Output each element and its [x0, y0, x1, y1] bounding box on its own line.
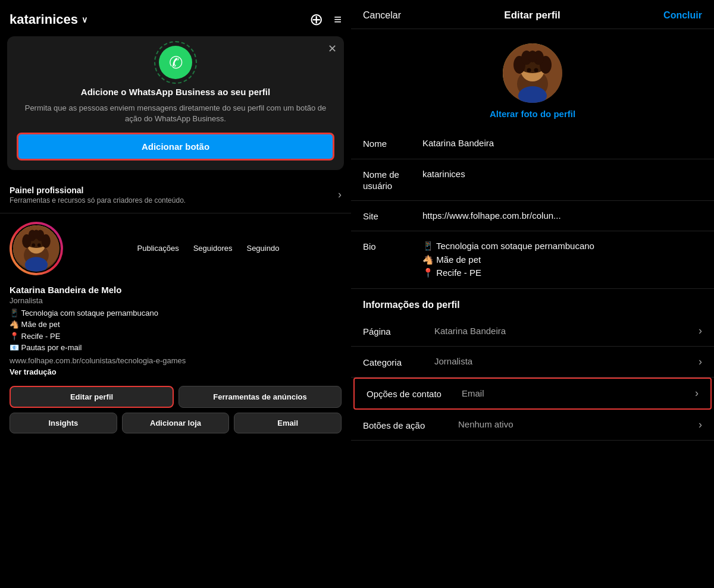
chevron-down-icon: ∨ [82, 15, 87, 24]
bio-line4: 📧 Pautas por e-mail [10, 343, 82, 352]
categoria-value: Jornalista [434, 355, 699, 369]
svg-point-9 [32, 243, 35, 247]
ferramentas-anuncios-button[interactable]: Ferramentas de anúncios [178, 386, 342, 408]
site-label: Site [363, 209, 422, 222]
right-avatar[interactable] [503, 43, 562, 103]
stat-seguindo[interactable]: Seguindo [246, 244, 279, 253]
profile-info-heading: Informações do perfil [351, 289, 714, 316]
ver-traducao[interactable]: Ver tradução [10, 367, 342, 376]
opcoes-chevron-icon: › [695, 387, 699, 400]
username-text: katarinices [10, 12, 78, 27]
avatar-container[interactable] [10, 222, 63, 275]
professional-panel-text: Painel profissional Ferramentas e recurs… [10, 185, 186, 205]
left-panel: katarinices ∨ ⊕ ≡ ✕ ✆ Adicione o WhatsAp… [0, 0, 351, 588]
profile-section: Publicações Seguidores Seguindo [0, 213, 351, 281]
profile-info: Katarina Bandeira de Melo Jornalista 📱 T… [0, 281, 351, 381]
add-whatsapp-button[interactable]: Adicionar botão [17, 133, 334, 161]
profile-bio: 📱 Tecnologia com sotaque pernambucano 🐴 … [10, 307, 342, 354]
professional-panel[interactable]: Painel profissional Ferramentas e recurs… [0, 177, 351, 213]
botoes-chevron-icon: › [699, 419, 702, 431]
nome-value[interactable]: Katarina Bandeira [422, 137, 702, 150]
categoria-chevron-icon: › [699, 356, 702, 368]
hamburger-menu-icon[interactable]: ≡ [334, 12, 342, 27]
form-row-usuario: Nome deusuário katarinices [351, 159, 714, 201]
usuario-value[interactable]: katarinices [422, 168, 702, 181]
nome-label: Nome [363, 137, 422, 150]
svg-point-22 [534, 68, 538, 73]
bio-line1: 📱 Tecnologia com sotaque pernambucano [10, 309, 158, 317]
bio-line3: 📍 Recife - PE [10, 332, 60, 341]
stat-publicacoes-label: Publicações [137, 244, 179, 253]
chevron-right-icon: › [338, 188, 342, 201]
header-icons: ⊕ ≡ [309, 10, 342, 29]
promo-icon-area: ✆ [17, 46, 334, 79]
right-panel: Cancelar Editar perfil Concluir Alterar … [351, 0, 714, 588]
action-buttons-row1: Editar perfil Ferramentas de anúncios [0, 381, 351, 413]
pagina-label: Página [363, 325, 434, 338]
profile-link[interactable]: www.folhape.com.br/colunistas/tecnologia… [10, 356, 342, 365]
profile-stats: Publicações Seguidores Seguindo [75, 244, 342, 253]
right-header: Cancelar Editar perfil Concluir [351, 0, 714, 29]
form-row-opcoes-contato[interactable]: Opções de contato Email › [353, 378, 712, 410]
add-post-icon[interactable]: ⊕ [309, 10, 323, 29]
svg-point-8 [33, 229, 39, 238]
action-buttons-row2: Insights Adicionar loja Email [0, 413, 351, 438]
profile-name: Katarina Bandeira de Melo [10, 285, 342, 295]
close-icon[interactable]: ✕ [328, 42, 337, 55]
stat-seguidores-label: Seguidores [193, 244, 233, 253]
bio-label: Bio [363, 240, 422, 253]
form-row-categoria[interactable]: Categoria Jornalista › [351, 347, 714, 378]
whatsapp-promo-card: ✕ ✆ Adicione o WhatsApp Business ao seu … [7, 36, 344, 170]
promo-title: Adicione o WhatsApp Business ao seu perf… [17, 86, 334, 98]
professional-panel-subtitle: Ferramentas e recursos só para criadores… [10, 196, 186, 205]
form-row-pagina[interactable]: Página Katarina Bandeira › [351, 316, 714, 347]
editar-perfil-button[interactable]: Editar perfil [10, 386, 174, 408]
adicionar-loja-button[interactable]: Adicionar loja [122, 413, 230, 433]
avatar [12, 224, 61, 273]
opcoes-value: Email [462, 387, 695, 401]
opcoes-label: Opções de contato [367, 387, 462, 400]
username-area[interactable]: katarinices ∨ [10, 12, 87, 27]
svg-point-21 [527, 68, 531, 73]
form-section: Nome Katarina Bandeira Nome deusuário ka… [351, 128, 714, 588]
alterar-foto-button[interactable]: Alterar foto do perfil [490, 109, 575, 119]
form-row-nome: Nome Katarina Bandeira [351, 128, 714, 159]
left-header: katarinices ∨ ⊕ ≡ [0, 0, 351, 36]
avatar-ring [10, 222, 63, 275]
usuario-label: Nome deusuário [363, 168, 422, 192]
promo-description: Permita que as pessoas enviem mensagens … [17, 103, 334, 124]
cancelar-button[interactable]: Cancelar [363, 10, 401, 21]
insights-button[interactable]: Insights [10, 413, 117, 433]
svg-point-20 [528, 51, 537, 62]
email-button[interactable]: Email [234, 413, 342, 433]
categoria-label: Categoria [363, 356, 434, 369]
edit-profile-title: Editar perfil [504, 10, 560, 21]
whatsapp-icon: ✆ [159, 46, 192, 79]
whatsapp-symbol: ✆ [169, 53, 183, 73]
form-row-site: Site https://www.folhape.com.br/colun... [351, 201, 714, 232]
bio-value[interactable]: 📱 Tecnologia com sotaque pernambucano 🐴 … [422, 240, 702, 280]
pagina-chevron-icon: › [699, 325, 702, 337]
site-value[interactable]: https://www.folhape.com.br/colun... [422, 209, 702, 223]
stat-seguindo-label: Seguindo [246, 244, 279, 253]
botoes-label: Botões de ação [363, 419, 458, 432]
svg-point-10 [37, 243, 41, 247]
botoes-value: Nenhum ativo [458, 418, 699, 432]
profile-photo [13, 225, 60, 272]
stat-publicacoes[interactable]: Publicações [137, 244, 179, 253]
professional-panel-title: Painel profissional [10, 185, 186, 195]
form-row-botoes[interactable]: Botões de ação Nenhum ativo › [351, 410, 714, 441]
right-photo-section: Alterar foto do perfil [351, 29, 714, 128]
pagina-value: Katarina Bandeira [434, 325, 699, 338]
concluir-button[interactable]: Concluir [663, 10, 702, 21]
stat-seguidores[interactable]: Seguidores [193, 244, 233, 253]
profile-job-title: Jornalista [10, 296, 342, 305]
form-row-bio: Bio 📱 Tecnologia com sotaque pernambucan… [351, 231, 714, 289]
bio-line2: 🐴 Mãe de pet [10, 320, 60, 329]
